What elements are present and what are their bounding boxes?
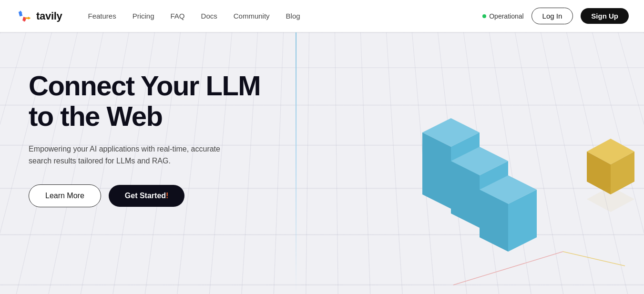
logo-text: tavily (36, 10, 62, 22)
nav-right: Operational Log In Sign Up (482, 8, 629, 24)
svg-marker-20 (587, 186, 634, 212)
svg-line-6 (453, 252, 563, 285)
get-started-button[interactable]: Get Started! (109, 185, 185, 207)
logo-icon (15, 8, 32, 25)
navbar: tavily Features Pricing FAQ Docs Communi… (0, 0, 644, 32)
login-button[interactable]: Log In (532, 8, 573, 24)
hero-buttons: Learn More Get Started! (29, 184, 296, 207)
nav-item-faq[interactable]: FAQ (164, 9, 192, 23)
nav-item-features[interactable]: Features (81, 9, 123, 23)
nav-item-community[interactable]: Community (227, 9, 276, 23)
hero-illustration (282, 32, 644, 294)
logo[interactable]: tavily (15, 8, 62, 25)
hero-title: Connect Your LLM to the Web (29, 71, 296, 132)
nav-item-pricing[interactable]: Pricing (126, 9, 161, 23)
nav-item-docs[interactable]: Docs (194, 9, 224, 23)
learn-more-button[interactable]: Learn More (29, 184, 101, 207)
3d-cubes-illustration (329, 51, 634, 294)
hero-section: Connect Your LLM to the Web Empowering y… (0, 32, 644, 294)
status-label: Operational (489, 12, 523, 20)
hero-content: Connect Your LLM to the Web Empowering y… (29, 71, 296, 207)
get-started-label: Get Started (125, 192, 166, 200)
vertical-accent-line (296, 32, 296, 294)
status-badge: Operational (482, 12, 523, 20)
nav-item-blog[interactable]: Blog (279, 9, 307, 23)
hero-subtitle: Empowering your AI applications with rea… (29, 143, 234, 167)
get-started-exclamation: ! (166, 192, 168, 200)
svg-marker-5 (28, 17, 31, 20)
status-dot (482, 14, 486, 18)
nav-links: Features Pricing FAQ Docs Community Blog (81, 9, 482, 23)
signup-button[interactable]: Sign Up (581, 8, 629, 24)
svg-line-7 (563, 252, 625, 266)
